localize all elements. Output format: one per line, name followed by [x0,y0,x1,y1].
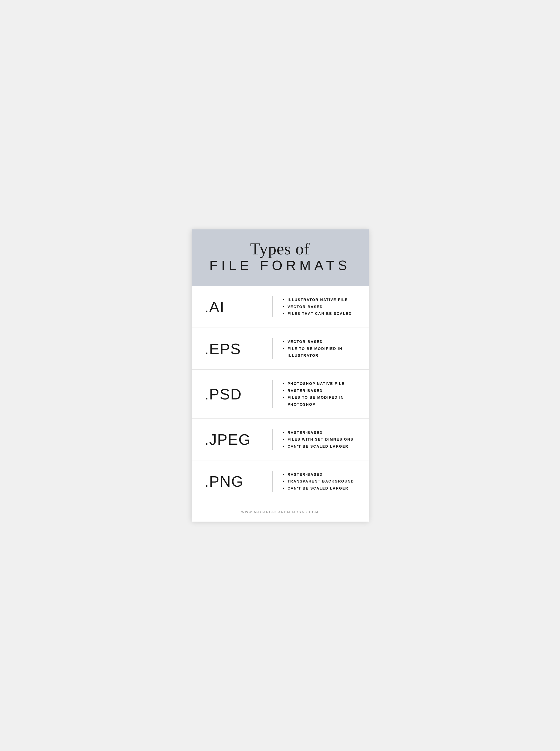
format-divider [272,471,273,492]
format-detail-item: FILES TO BE MODIFED IN PHOTOSHOP [283,394,356,408]
format-details: VECTOR-BASEDFILE TO BE MODIFIED IN ILLUS… [283,338,356,359]
format-name: .PSD [205,386,262,403]
format-detail-item: ILLUSTRATOR NATIVE FILE [283,296,356,303]
format-details: ILLUSTRATOR NATIVE FILEVECTOR-BASEDFILES… [283,296,356,317]
format-row: .EPSVECTOR-BASEDFILE TO BE MODIFIED IN I… [192,328,369,370]
format-name: .JPEG [205,431,262,448]
format-detail-item: FILES WITH SET DIMNESIONS [283,436,356,443]
header-block-text: FILE FORMATS [207,258,353,273]
format-details: RASTER-BASEDTRANSPARENT BACKGROUNDCAN'T … [283,471,356,492]
footer-text: www.MACARONSANDMIMOSAS.com [241,510,319,514]
format-detail-item: PHOTOSHOP NATIVE FILE [283,380,356,387]
format-name: .AI [205,298,262,316]
format-details: RASTER-BASEDFILES WITH SET DIMNESIONSCAN… [283,429,356,450]
header-section: Types of FILE FORMATS [192,230,369,286]
format-detail-item: RASTER-BASED [283,429,356,436]
format-detail-item: FILE TO BE MODIFIED IN ILLUSTRATOR [283,345,356,359]
header-script-text: Types of [207,240,353,258]
format-detail-item: VECTOR-BASED [283,338,356,345]
content-section: .AIILLUSTRATOR NATIVE FILEVECTOR-BASEDFI… [192,286,369,502]
format-detail-item: TRANSPARENT BACKGROUND [283,478,356,485]
format-detail-item: FILES THAT CAN BE SCALED [283,310,356,317]
format-detail-item: RASTER-BASED [283,387,356,394]
format-detail-item: VECTOR-BASED [283,303,356,310]
format-divider [272,296,273,317]
format-divider [272,338,273,359]
format-name: .EPS [205,340,262,358]
format-row: .PSDPHOTOSHOP NATIVE FILERASTER-BASEDFIL… [192,370,369,418]
format-detail-item: CAN'T BE SCALED LARGER [283,443,356,450]
format-details: PHOTOSHOP NATIVE FILERASTER-BASEDFILES T… [283,380,356,408]
format-divider [272,429,273,450]
main-card: Types of FILE FORMATS .AIILLUSTRATOR NAT… [192,230,369,522]
format-detail-item: RASTER-BASED [283,471,356,478]
format-detail-item: CAN'T BE SCALED LARGER [283,485,356,492]
format-row: .PNGRASTER-BASEDTRANSPARENT BACKGROUNDCA… [192,460,369,502]
format-divider [272,380,273,408]
format-name: .PNG [205,473,262,490]
footer-section: www.MACARONSANDMIMOSAS.com [192,502,369,521]
format-row: .AIILLUSTRATOR NATIVE FILEVECTOR-BASEDFI… [192,286,369,328]
format-row: .JPEGRASTER-BASEDFILES WITH SET DIMNESIO… [192,418,369,460]
